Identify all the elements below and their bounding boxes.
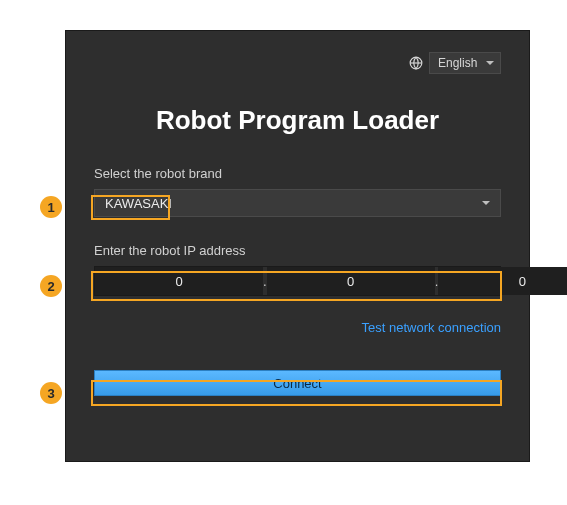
callout-badge-1: 1 [40,196,62,218]
ip-label: Enter the robot IP address [94,243,501,258]
ip-section: Enter the robot IP address . . . [94,243,501,296]
connect-button-label: Connect [273,376,321,391]
brand-label: Select the robot brand [94,166,501,181]
brand-selected: KAWASAKI [105,196,172,211]
brand-select[interactable]: KAWASAKI [94,189,501,217]
page-title: Robot Program Loader [94,105,501,136]
ip-octet-1[interactable] [95,267,263,295]
brand-section: Select the robot brand KAWASAKI [94,166,501,217]
language-row: English [94,49,501,77]
globe-icon [409,56,423,70]
main-panel: English Robot Program Loader Select the … [65,30,530,462]
language-selected: English [438,56,477,70]
test-connection-link[interactable]: Test network connection [362,320,501,335]
callout-badge-2: 2 [40,275,62,297]
ip-input-row: . . . [94,266,501,296]
language-select[interactable]: English [429,52,501,74]
ip-octet-2[interactable] [267,267,435,295]
test-link-row: Test network connection [94,318,501,336]
ip-octet-3[interactable] [438,267,567,295]
callout-badge-3: 3 [40,382,62,404]
connect-button[interactable]: Connect [94,370,501,396]
